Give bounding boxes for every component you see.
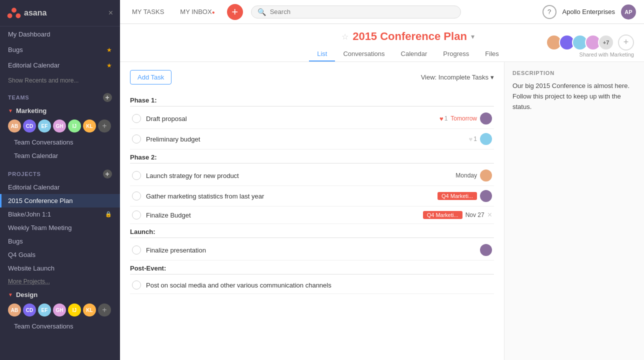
my-tasks-button[interactable]: MY TASKS (128, 6, 168, 18)
team-design-avatars: AB CD EF GH IJ KL + (0, 302, 120, 320)
task-assignee-avatar[interactable] (480, 244, 492, 256)
sidebar-item-show-recents[interactable]: Show Recents and more... (0, 73, 120, 88)
avatar: EF (38, 120, 51, 132)
sidebar-item-team-calendar[interactable]: Team Calendar (0, 149, 120, 162)
task-complete-checkbox[interactable] (132, 114, 141, 123)
task-likes: ♥1 (440, 115, 448, 122)
avatar: IJ (68, 120, 81, 132)
star-icon: ★ (106, 46, 112, 54)
tab-list[interactable]: List (309, 47, 335, 62)
add-project-button[interactable]: + (103, 170, 112, 178)
inbox-notification-dot: ● (212, 10, 215, 15)
due-date: Nov 27 (466, 212, 484, 218)
team-marketing-name[interactable]: ▼ Marketing (0, 104, 120, 118)
sidebar-item-bugs-project[interactable]: Bugs (0, 234, 120, 248)
avatar: CD (23, 120, 36, 132)
user-avatar[interactable]: AP (621, 4, 636, 20)
task-row[interactable]: Draft proposal ♥1 Tomorrow (130, 108, 494, 129)
description-title: DESCRIPTION (512, 70, 636, 76)
add-design-member-button[interactable]: + (98, 304, 111, 316)
project-header: ☆ 2015 Conference Plan ▾ List Conversati… (120, 24, 644, 62)
task-assignee-avatar[interactable] (480, 112, 492, 124)
more-projects-link[interactable]: More Projects... (0, 275, 120, 288)
task-name: Finalize presentation (146, 246, 475, 254)
phase-2-header: Phase 2: (130, 150, 494, 164)
avatar: AB (8, 304, 21, 316)
add-team-member-button[interactable]: + (98, 120, 111, 132)
task-complete-checkbox[interactable] (132, 246, 141, 254)
delete-task-icon[interactable]: × (488, 210, 492, 220)
sidebar-item-bugs[interactable]: Bugs ★ (0, 42, 120, 58)
team-design-name[interactable]: ▼ Design (0, 288, 120, 302)
task-row[interactable]: Finalize Budget Q4 Marketi... Nov 27 × (130, 206, 494, 224)
help-button[interactable]: ? (542, 5, 556, 19)
avatar: GH (53, 120, 66, 132)
svg-point-2 (16, 14, 21, 18)
sidebar-item-website-launch[interactable]: Website Launch (0, 262, 120, 275)
search-input[interactable] (270, 8, 454, 16)
sidebar-item-editorial-calendar[interactable]: Editorial Calendar (0, 180, 120, 194)
chevron-down-icon: ▼ (8, 108, 13, 114)
task-row[interactable]: Post on social media and other various c… (130, 276, 494, 294)
sidebar-item-my-dashboard[interactable]: My Dashboard (0, 26, 120, 42)
due-date: Tomorrow (450, 115, 477, 122)
chevron-down-icon: ▼ (8, 292, 13, 298)
avatar: CD (23, 304, 36, 316)
view-filter-dropdown[interactable]: View: Incomplete Tasks ▾ (421, 74, 494, 81)
sidebar-item-weekly-team-meeting[interactable]: Weekly Team Meeting (0, 221, 120, 234)
project-dropdown-icon[interactable]: ▾ (471, 32, 474, 40)
topbar-right: ? Apollo Enterprises AP (542, 4, 636, 20)
lock-icon: 🔒 (105, 211, 112, 218)
tab-progress[interactable]: Progress (435, 47, 477, 62)
description-text: Our big 2015 Conference is almost here. … (512, 81, 636, 112)
member-avatars: +7 (546, 34, 614, 50)
task-row[interactable]: Gather marketing statistics from last ye… (130, 186, 494, 206)
heart-icon: ♥ (469, 136, 473, 143)
sidebar-item-team-conversations[interactable]: Team Conversations (0, 136, 120, 149)
description-panel: DESCRIPTION Our big 2015 Conference is a… (504, 62, 644, 360)
sidebar-item-design-team-conversations[interactable]: Team Conversations (0, 320, 120, 333)
project-star-icon[interactable]: ☆ (342, 32, 348, 42)
task-complete-checkbox[interactable] (132, 280, 141, 290)
sidebar-item-q4-goals[interactable]: Q4 Goals (0, 248, 120, 262)
search-icon: 🔍 (258, 8, 266, 16)
shared-with-label: Shared with Marketing (580, 52, 634, 58)
tab-conversations[interactable]: Conversations (335, 47, 392, 62)
task-complete-checkbox[interactable] (132, 192, 141, 200)
sidebar-item-editorial-calendar[interactable]: Editorial Calendar ★ (0, 58, 120, 73)
task-meta (480, 244, 492, 256)
task-assignee-avatar[interactable] (480, 170, 492, 182)
task-complete-checkbox[interactable] (132, 210, 141, 220)
task-name: Draft proposal (146, 115, 434, 122)
task-row[interactable]: Preliminary budget ♥1 (130, 129, 494, 150)
close-sidebar-button[interactable]: × (108, 8, 113, 18)
svg-point-0 (12, 8, 16, 13)
projects-section-header: PROJECTS + (0, 164, 120, 180)
task-meta: ♥1 Tomorrow (440, 112, 492, 124)
search-box: 🔍 (251, 6, 461, 18)
company-name: Apollo Enterprises (562, 8, 616, 16)
add-task-button[interactable]: Add Task (130, 70, 172, 84)
member-row: +7 + (546, 34, 634, 50)
task-complete-checkbox[interactable] (132, 134, 141, 144)
add-member-button[interactable]: + (618, 34, 634, 50)
content-area: Add Task View: Incomplete Tasks ▾ Phase … (120, 62, 644, 360)
global-add-button[interactable]: + (227, 4, 243, 20)
member-count-badge[interactable]: +7 (598, 34, 614, 50)
tab-calendar[interactable]: Calendar (393, 47, 436, 62)
tab-files[interactable]: Files (477, 47, 506, 62)
task-assignee-avatar[interactable] (480, 190, 492, 202)
task-name: Finalize Budget (146, 212, 418, 219)
task-assignee-avatar[interactable] (480, 133, 492, 145)
team-design: ▼ Design AB CD EF GH IJ KL + Team Conver… (0, 288, 120, 333)
sidebar-item-2015-conference-plan[interactable]: 2015 Conference Plan (0, 194, 120, 208)
task-complete-checkbox[interactable] (132, 171, 141, 180)
add-team-button[interactable]: + (103, 93, 112, 102)
task-name: Gather marketing statistics from last ye… (146, 192, 432, 200)
task-row[interactable]: Finalize presentation (130, 240, 494, 260)
teams-section-header: Teams + (0, 88, 120, 104)
my-inbox-button[interactable]: MY INBOX● (176, 6, 218, 18)
phase-1-header: Phase 1: (130, 92, 494, 106)
sidebar-item-blake-john-11[interactable]: Blake/John 1:1 🔒 (0, 208, 120, 221)
task-row[interactable]: Launch strategy for new product Monday (130, 166, 494, 186)
